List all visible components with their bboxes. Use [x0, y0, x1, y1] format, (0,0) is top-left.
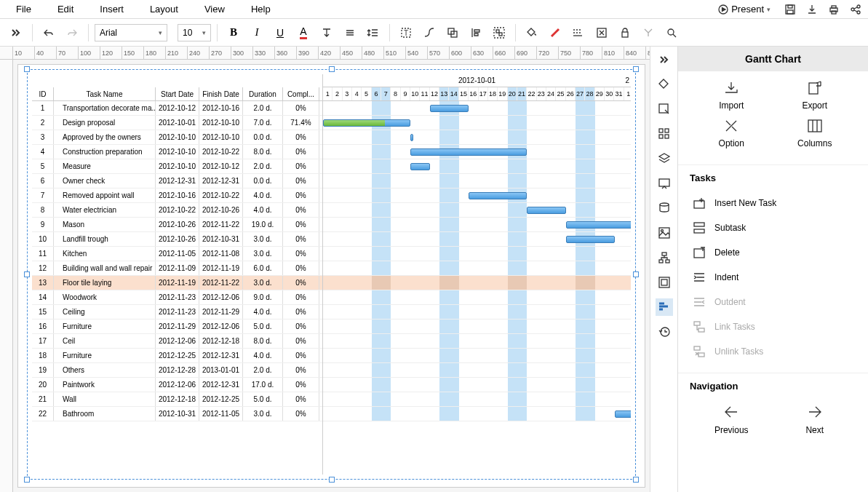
shape-order-button[interactable]	[442, 23, 463, 43]
redo-button[interactable]	[62, 23, 82, 43]
import-button[interactable]: Import	[702, 80, 760, 111]
menu-edit[interactable]: Edit	[47, 1, 84, 17]
timeline-row[interactable]	[323, 290, 631, 305]
export-button[interactable]: Export	[786, 80, 844, 111]
resize-handle[interactable]	[329, 66, 335, 72]
connector-button[interactable]	[419, 23, 439, 43]
col-header-name[interactable]: Task Name	[54, 87, 156, 100]
table-row[interactable]: 3Approved by the owners2012-10-102012-10…	[32, 130, 322, 145]
font-size-select[interactable]: 10▾	[178, 24, 211, 41]
menu-view[interactable]: View	[194, 1, 235, 17]
previous-button[interactable]: Previous	[702, 405, 760, 435]
font-family-select[interactable]: Arial▾	[95, 24, 167, 41]
gantt-bar[interactable]	[469, 192, 527, 199]
timeline-row[interactable]	[323, 232, 631, 247]
table-row[interactable]: 17Ceil2012-12-062012-12-188.0 d.0%	[32, 334, 322, 349]
table-row[interactable]: 11Kitchen2012-11-052012-11-083.0 d.0%	[32, 247, 322, 261]
frame-panel-icon[interactable]	[657, 275, 672, 290]
table-row[interactable]: 14Woodwork2012-11-232012-12-069.0 d.0%	[32, 290, 322, 305]
print-icon[interactable]	[827, 3, 840, 16]
fill-button[interactable]	[522, 23, 542, 43]
align-horizontal-button[interactable]	[340, 23, 360, 43]
table-row[interactable]: 12Building wall and wall repair2012-11-0…	[32, 261, 322, 276]
table-row[interactable]: 18Furniture2012-12-252012-12-314.0 d.0%	[32, 349, 322, 363]
slide-panel-icon[interactable]	[657, 176, 672, 191]
crop-button[interactable]	[592, 23, 612, 43]
resize-handle[interactable]	[24, 271, 30, 277]
gantt-bar[interactable]	[615, 410, 632, 418]
save-icon[interactable]	[784, 3, 797, 16]
timeline-row[interactable]	[323, 203, 631, 218]
font-color-button[interactable]: A	[293, 23, 314, 43]
italic-button[interactable]: I	[247, 23, 267, 43]
search-button[interactable]	[661, 23, 682, 43]
col-header-complete[interactable]: Compl...	[283, 87, 319, 100]
columns-button[interactable]: Columns	[786, 118, 844, 148]
menu-file[interactable]: File	[6, 1, 41, 17]
timeline-row[interactable]	[323, 101, 631, 116]
gantt-bar[interactable]	[527, 207, 565, 214]
resize-handle[interactable]	[633, 66, 639, 72]
tools-button[interactable]	[638, 23, 658, 43]
resize-handle[interactable]	[24, 477, 30, 483]
grid-panel-icon[interactable]	[657, 127, 672, 141]
expand-panel-icon[interactable]	[657, 52, 672, 67]
gantt-bar[interactable]	[566, 221, 631, 229]
indent-action[interactable]: Indent	[690, 265, 856, 290]
gantt-bar[interactable]	[566, 236, 615, 243]
timeline-row[interactable]	[323, 407, 631, 421]
align-button[interactable]	[466, 23, 486, 43]
table-row[interactable]: 2Design proposal2012-10-012012-10-107.0 …	[32, 116, 322, 130]
undo-button[interactable]	[39, 23, 59, 43]
col-header-start[interactable]: Start Date	[156, 87, 199, 100]
line-spacing-button[interactable]	[363, 23, 383, 43]
timeline-row[interactable]	[323, 130, 631, 145]
group-button[interactable]	[489, 23, 509, 43]
table-row[interactable]: 8Water electrician2012-10-222012-10-264.…	[32, 203, 322, 218]
hierarchy-panel-icon[interactable]	[657, 250, 672, 265]
timeline-row[interactable]	[323, 305, 631, 320]
line-style-button[interactable]	[568, 23, 589, 43]
lock-button[interactable]	[615, 23, 635, 43]
table-row[interactable]: 13Floor tile laying2012-11-192012-11-223…	[32, 276, 322, 290]
table-row[interactable]: 10Landfill trough2012-10-262012-10-313.0…	[32, 232, 322, 247]
timeline-row[interactable]	[323, 261, 631, 276]
expand-toolbar-icon[interactable]	[6, 23, 26, 43]
table-row[interactable]: 19Others2012-12-282013-01-012.0 d.0%	[32, 363, 322, 378]
gantt-bar[interactable]	[410, 134, 413, 141]
timeline-row[interactable]	[323, 189, 631, 203]
timeline-row[interactable]	[323, 392, 631, 407]
share-icon[interactable]	[849, 3, 862, 16]
col-header-finish[interactable]: Finish Date	[199, 87, 243, 100]
resize-handle[interactable]	[633, 271, 639, 277]
table-row[interactable]: 9Mason2012-10-262012-11-2219.0 d.0%	[32, 218, 322, 232]
table-row[interactable]: 16Furniture2012-11-292012-12-065.0 d.0%	[32, 320, 322, 334]
timeline-row[interactable]	[323, 218, 631, 232]
table-row[interactable]: 4Construction preparation2012-10-102012-…	[32, 145, 322, 159]
next-button[interactable]: Next	[786, 405, 844, 435]
image-panel-icon[interactable]	[657, 226, 672, 240]
timeline-row[interactable]	[323, 378, 631, 392]
option-button[interactable]: Option	[702, 118, 760, 148]
gantt-selection-frame[interactable]: ID Task Name Start Date Finish Date Dura…	[27, 69, 636, 480]
timeline-row[interactable]	[323, 334, 631, 349]
timeline-row[interactable]	[323, 145, 631, 159]
align-vertical-button[interactable]	[316, 23, 337, 43]
shape-panel-icon[interactable]	[657, 102, 672, 116]
layers-panel-icon[interactable]	[657, 151, 672, 166]
timeline-row[interactable]	[323, 116, 631, 130]
resize-handle[interactable]	[329, 477, 335, 483]
data-panel-icon[interactable]	[657, 201, 672, 215]
timeline-row[interactable]	[323, 159, 631, 174]
gantt-bar[interactable]	[410, 163, 430, 170]
subtask-action[interactable]: Subtask	[690, 215, 856, 240]
document-page[interactable]: ID Task Name Start Date Finish Date Dura…	[17, 64, 645, 488]
timeline-row[interactable]	[323, 276, 631, 290]
resize-handle[interactable]	[633, 477, 639, 483]
menu-insert[interactable]: Insert	[89, 1, 134, 17]
gantt-bar[interactable]	[410, 148, 527, 156]
gantt-bar[interactable]	[430, 105, 469, 112]
history-panel-icon[interactable]	[657, 325, 672, 339]
table-row[interactable]: 15Ceiling2012-11-232012-11-294.0 d.0%	[32, 305, 322, 320]
insert-task-action[interactable]: Insert New Task	[690, 191, 856, 215]
